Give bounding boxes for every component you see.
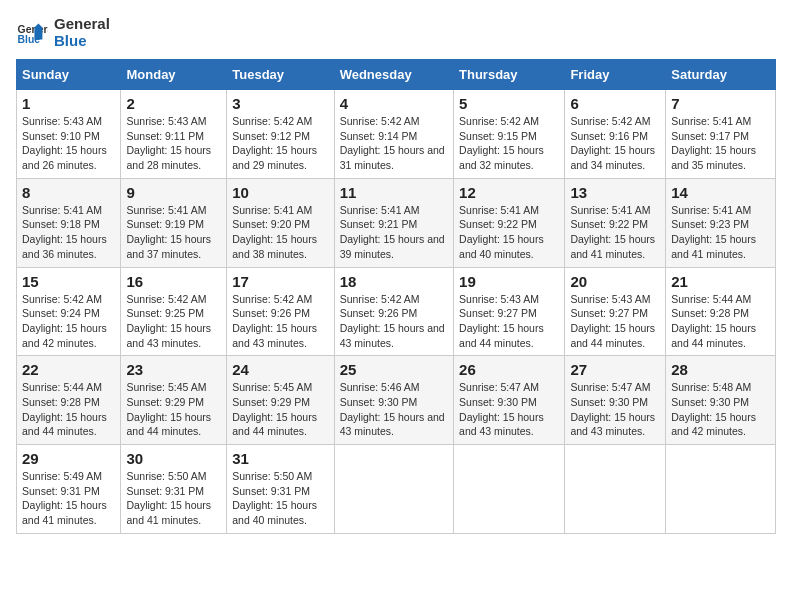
calendar-cell: 24Sunrise: 5:45 AM Sunset: 9:29 PM Dayli…: [227, 356, 334, 445]
calendar-cell: 23Sunrise: 5:45 AM Sunset: 9:29 PM Dayli…: [121, 356, 227, 445]
day-info: Sunrise: 5:41 AM Sunset: 9:22 PM Dayligh…: [459, 203, 559, 262]
day-info: Sunrise: 5:41 AM Sunset: 9:17 PM Dayligh…: [671, 114, 770, 173]
day-info: Sunrise: 5:41 AM Sunset: 9:21 PM Dayligh…: [340, 203, 448, 262]
logo-icon: General Blue: [16, 17, 48, 49]
calendar-cell: [454, 445, 565, 534]
header-day-tuesday: Tuesday: [227, 60, 334, 90]
day-number: 10: [232, 184, 328, 201]
day-number: 28: [671, 361, 770, 378]
calendar-week-2: 8Sunrise: 5:41 AM Sunset: 9:18 PM Daylig…: [17, 178, 776, 267]
day-info: Sunrise: 5:50 AM Sunset: 9:31 PM Dayligh…: [232, 469, 328, 528]
day-info: Sunrise: 5:43 AM Sunset: 9:11 PM Dayligh…: [126, 114, 221, 173]
calendar-table: SundayMondayTuesdayWednesdayThursdayFrid…: [16, 59, 776, 534]
day-number: 31: [232, 450, 328, 467]
day-number: 20: [570, 273, 660, 290]
day-number: 1: [22, 95, 115, 112]
header-day-friday: Friday: [565, 60, 666, 90]
day-info: Sunrise: 5:44 AM Sunset: 9:28 PM Dayligh…: [671, 292, 770, 351]
calendar-cell: 31Sunrise: 5:50 AM Sunset: 9:31 PM Dayli…: [227, 445, 334, 534]
calendar-cell: 4Sunrise: 5:42 AM Sunset: 9:14 PM Daylig…: [334, 90, 453, 179]
day-number: 15: [22, 273, 115, 290]
day-info: Sunrise: 5:41 AM Sunset: 9:22 PM Dayligh…: [570, 203, 660, 262]
day-info: Sunrise: 5:41 AM Sunset: 9:19 PM Dayligh…: [126, 203, 221, 262]
day-number: 19: [459, 273, 559, 290]
calendar-cell: 6Sunrise: 5:42 AM Sunset: 9:16 PM Daylig…: [565, 90, 666, 179]
day-info: Sunrise: 5:45 AM Sunset: 9:29 PM Dayligh…: [232, 380, 328, 439]
day-info: Sunrise: 5:42 AM Sunset: 9:25 PM Dayligh…: [126, 292, 221, 351]
day-number: 6: [570, 95, 660, 112]
day-info: Sunrise: 5:45 AM Sunset: 9:29 PM Dayligh…: [126, 380, 221, 439]
logo: General Blue General Blue: [16, 16, 110, 49]
day-number: 5: [459, 95, 559, 112]
day-info: Sunrise: 5:42 AM Sunset: 9:14 PM Dayligh…: [340, 114, 448, 173]
day-info: Sunrise: 5:48 AM Sunset: 9:30 PM Dayligh…: [671, 380, 770, 439]
calendar-cell: 28Sunrise: 5:48 AM Sunset: 9:30 PM Dayli…: [666, 356, 776, 445]
day-number: 27: [570, 361, 660, 378]
calendar-cell: 17Sunrise: 5:42 AM Sunset: 9:26 PM Dayli…: [227, 267, 334, 356]
day-number: 18: [340, 273, 448, 290]
header-day-saturday: Saturday: [666, 60, 776, 90]
svg-text:General: General: [18, 24, 48, 35]
header-day-wednesday: Wednesday: [334, 60, 453, 90]
calendar-cell: 30Sunrise: 5:50 AM Sunset: 9:31 PM Dayli…: [121, 445, 227, 534]
day-info: Sunrise: 5:46 AM Sunset: 9:30 PM Dayligh…: [340, 380, 448, 439]
page-header: General Blue General Blue: [16, 16, 776, 49]
calendar-cell: 8Sunrise: 5:41 AM Sunset: 9:18 PM Daylig…: [17, 178, 121, 267]
day-number: 8: [22, 184, 115, 201]
day-number: 12: [459, 184, 559, 201]
day-number: 11: [340, 184, 448, 201]
day-number: 4: [340, 95, 448, 112]
calendar-cell: 9Sunrise: 5:41 AM Sunset: 9:19 PM Daylig…: [121, 178, 227, 267]
header-day-thursday: Thursday: [454, 60, 565, 90]
logo-blue: Blue: [54, 33, 110, 50]
logo-general: General: [54, 16, 110, 33]
calendar-week-5: 29Sunrise: 5:49 AM Sunset: 9:31 PM Dayli…: [17, 445, 776, 534]
day-number: 7: [671, 95, 770, 112]
day-number: 25: [340, 361, 448, 378]
day-number: 9: [126, 184, 221, 201]
day-info: Sunrise: 5:42 AM Sunset: 9:26 PM Dayligh…: [340, 292, 448, 351]
day-number: 16: [126, 273, 221, 290]
day-info: Sunrise: 5:42 AM Sunset: 9:16 PM Dayligh…: [570, 114, 660, 173]
day-info: Sunrise: 5:43 AM Sunset: 9:10 PM Dayligh…: [22, 114, 115, 173]
day-number: 30: [126, 450, 221, 467]
day-info: Sunrise: 5:41 AM Sunset: 9:18 PM Dayligh…: [22, 203, 115, 262]
calendar-cell: 27Sunrise: 5:47 AM Sunset: 9:30 PM Dayli…: [565, 356, 666, 445]
calendar-week-3: 15Sunrise: 5:42 AM Sunset: 9:24 PM Dayli…: [17, 267, 776, 356]
day-number: 23: [126, 361, 221, 378]
calendar-cell: 11Sunrise: 5:41 AM Sunset: 9:21 PM Dayli…: [334, 178, 453, 267]
calendar-cell: 25Sunrise: 5:46 AM Sunset: 9:30 PM Dayli…: [334, 356, 453, 445]
calendar-cell: 1Sunrise: 5:43 AM Sunset: 9:10 PM Daylig…: [17, 90, 121, 179]
day-number: 22: [22, 361, 115, 378]
day-info: Sunrise: 5:47 AM Sunset: 9:30 PM Dayligh…: [459, 380, 559, 439]
calendar-cell: 10Sunrise: 5:41 AM Sunset: 9:20 PM Dayli…: [227, 178, 334, 267]
calendar-cell: 20Sunrise: 5:43 AM Sunset: 9:27 PM Dayli…: [565, 267, 666, 356]
day-number: 24: [232, 361, 328, 378]
header-day-monday: Monday: [121, 60, 227, 90]
day-info: Sunrise: 5:42 AM Sunset: 9:12 PM Dayligh…: [232, 114, 328, 173]
day-info: Sunrise: 5:50 AM Sunset: 9:31 PM Dayligh…: [126, 469, 221, 528]
calendar-cell: 16Sunrise: 5:42 AM Sunset: 9:25 PM Dayli…: [121, 267, 227, 356]
day-number: 3: [232, 95, 328, 112]
calendar-week-4: 22Sunrise: 5:44 AM Sunset: 9:28 PM Dayli…: [17, 356, 776, 445]
header-row: SundayMondayTuesdayWednesdayThursdayFrid…: [17, 60, 776, 90]
day-info: Sunrise: 5:41 AM Sunset: 9:23 PM Dayligh…: [671, 203, 770, 262]
header-day-sunday: Sunday: [17, 60, 121, 90]
calendar-cell: 15Sunrise: 5:42 AM Sunset: 9:24 PM Dayli…: [17, 267, 121, 356]
day-number: 14: [671, 184, 770, 201]
calendar-cell: 29Sunrise: 5:49 AM Sunset: 9:31 PM Dayli…: [17, 445, 121, 534]
day-info: Sunrise: 5:42 AM Sunset: 9:26 PM Dayligh…: [232, 292, 328, 351]
day-number: 17: [232, 273, 328, 290]
calendar-cell: 13Sunrise: 5:41 AM Sunset: 9:22 PM Dayli…: [565, 178, 666, 267]
calendar-cell: 19Sunrise: 5:43 AM Sunset: 9:27 PM Dayli…: [454, 267, 565, 356]
calendar-cell: 12Sunrise: 5:41 AM Sunset: 9:22 PM Dayli…: [454, 178, 565, 267]
calendar-cell: 14Sunrise: 5:41 AM Sunset: 9:23 PM Dayli…: [666, 178, 776, 267]
day-number: 13: [570, 184, 660, 201]
day-number: 26: [459, 361, 559, 378]
day-info: Sunrise: 5:41 AM Sunset: 9:20 PM Dayligh…: [232, 203, 328, 262]
calendar-cell: 22Sunrise: 5:44 AM Sunset: 9:28 PM Dayli…: [17, 356, 121, 445]
calendar-cell: [565, 445, 666, 534]
day-info: Sunrise: 5:43 AM Sunset: 9:27 PM Dayligh…: [459, 292, 559, 351]
calendar-cell: 5Sunrise: 5:42 AM Sunset: 9:15 PM Daylig…: [454, 90, 565, 179]
calendar-cell: [666, 445, 776, 534]
